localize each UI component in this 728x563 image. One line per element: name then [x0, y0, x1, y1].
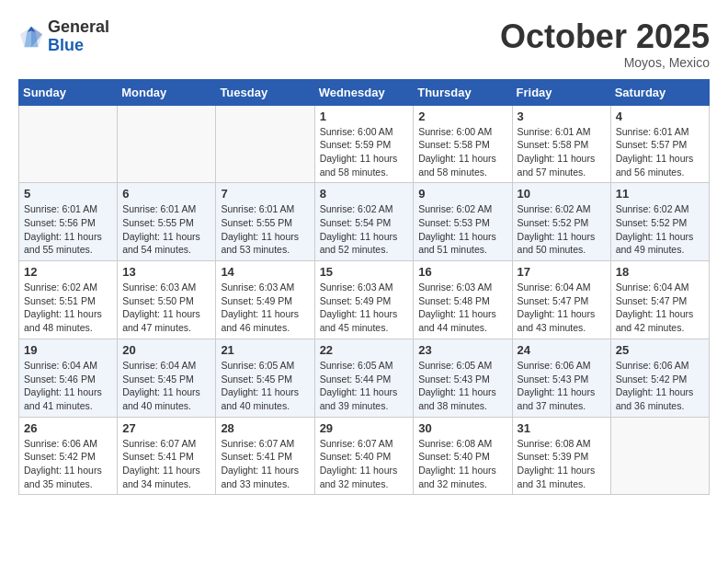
calendar-day-cell	[19, 105, 118, 183]
day-of-week-header: Sunday	[19, 79, 118, 105]
day-info: Sunrise: 6:02 AM Sunset: 5:52 PM Dayligh…	[616, 202, 704, 257]
day-number: 2	[418, 109, 506, 123]
day-info: Sunrise: 6:02 AM Sunset: 5:53 PM Dayligh…	[418, 202, 506, 257]
day-info: Sunrise: 6:06 AM Sunset: 5:42 PM Dayligh…	[24, 437, 112, 491]
calendar-header-row: SundayMondayTuesdayWednesdayThursdayFrid…	[19, 79, 710, 105]
day-number: 25	[616, 343, 704, 357]
calendar-week-row: 19Sunrise: 6:04 AM Sunset: 5:46 PM Dayli…	[19, 339, 710, 417]
day-info: Sunrise: 6:07 AM Sunset: 5:41 PM Dayligh…	[122, 437, 210, 491]
day-number: 21	[221, 343, 309, 357]
calendar-day-cell: 23Sunrise: 6:05 AM Sunset: 5:43 PM Dayli…	[414, 339, 512, 417]
day-number: 14	[221, 265, 309, 279]
day-info: Sunrise: 6:01 AM Sunset: 5:58 PM Dayligh…	[518, 125, 606, 179]
day-number: 22	[320, 343, 409, 357]
calendar-week-row: 12Sunrise: 6:02 AM Sunset: 5:51 PM Dayli…	[19, 261, 710, 339]
day-number: 29	[320, 421, 409, 435]
calendar-day-cell: 9Sunrise: 6:02 AM Sunset: 5:53 PM Daylig…	[414, 183, 512, 261]
day-number: 15	[320, 265, 409, 279]
day-info: Sunrise: 6:03 AM Sunset: 5:49 PM Dayligh…	[221, 281, 309, 335]
day-number: 28	[221, 421, 309, 435]
calendar-day-cell: 1Sunrise: 6:00 AM Sunset: 5:59 PM Daylig…	[314, 105, 414, 183]
month-title: October 2025	[500, 18, 710, 55]
day-number: 31	[518, 421, 606, 435]
calendar-day-cell: 24Sunrise: 6:06 AM Sunset: 5:43 PM Dayli…	[512, 339, 610, 417]
day-info: Sunrise: 6:02 AM Sunset: 5:51 PM Dayligh…	[24, 281, 112, 335]
calendar-day-cell: 2Sunrise: 6:00 AM Sunset: 5:58 PM Daylig…	[414, 105, 512, 183]
day-number: 7	[221, 187, 309, 201]
day-number: 24	[518, 343, 606, 357]
day-info: Sunrise: 6:01 AM Sunset: 5:55 PM Dayligh…	[122, 202, 210, 257]
day-info: Sunrise: 6:00 AM Sunset: 5:58 PM Dayligh…	[418, 125, 506, 179]
title-section: October 2025 Moyos, Mexico	[500, 18, 710, 70]
day-number: 23	[418, 343, 506, 357]
calendar-table: SundayMondayTuesdayWednesdayThursdayFrid…	[18, 79, 710, 496]
day-info: Sunrise: 6:07 AM Sunset: 5:40 PM Dayligh…	[320, 437, 409, 491]
calendar-day-cell: 30Sunrise: 6:08 AM Sunset: 5:40 PM Dayli…	[414, 417, 512, 495]
day-info: Sunrise: 6:04 AM Sunset: 5:46 PM Dayligh…	[24, 359, 112, 413]
calendar-day-cell: 21Sunrise: 6:05 AM Sunset: 5:45 PM Dayli…	[216, 339, 314, 417]
day-info: Sunrise: 6:08 AM Sunset: 5:39 PM Dayligh…	[518, 437, 606, 491]
day-info: Sunrise: 6:06 AM Sunset: 5:42 PM Dayligh…	[616, 359, 704, 413]
calendar-day-cell: 26Sunrise: 6:06 AM Sunset: 5:42 PM Dayli…	[19, 417, 118, 495]
day-of-week-header: Thursday	[414, 79, 512, 105]
calendar-week-row: 5Sunrise: 6:01 AM Sunset: 5:56 PM Daylig…	[19, 183, 710, 261]
day-number: 13	[122, 265, 210, 279]
day-of-week-header: Tuesday	[216, 79, 314, 105]
day-number: 10	[518, 187, 606, 201]
logo-general: General	[48, 17, 109, 36]
day-info: Sunrise: 6:00 AM Sunset: 5:59 PM Dayligh…	[320, 125, 409, 179]
calendar-week-row: 1Sunrise: 6:00 AM Sunset: 5:59 PM Daylig…	[19, 105, 710, 183]
day-number: 4	[616, 109, 704, 123]
calendar-day-cell: 20Sunrise: 6:04 AM Sunset: 5:45 PM Dayli…	[118, 339, 216, 417]
calendar-day-cell: 19Sunrise: 6:04 AM Sunset: 5:46 PM Dayli…	[19, 339, 118, 417]
day-info: Sunrise: 6:05 AM Sunset: 5:45 PM Dayligh…	[221, 359, 309, 413]
day-info: Sunrise: 6:03 AM Sunset: 5:49 PM Dayligh…	[320, 281, 409, 335]
day-info: Sunrise: 6:05 AM Sunset: 5:43 PM Dayligh…	[418, 359, 506, 413]
day-of-week-header: Saturday	[610, 79, 709, 105]
day-of-week-header: Friday	[512, 79, 610, 105]
day-info: Sunrise: 6:03 AM Sunset: 5:48 PM Dayligh…	[418, 281, 506, 335]
day-number: 17	[518, 265, 606, 279]
day-info: Sunrise: 6:06 AM Sunset: 5:43 PM Dayligh…	[518, 359, 606, 413]
logo-blue: Blue	[48, 36, 84, 54]
day-info: Sunrise: 6:02 AM Sunset: 5:52 PM Dayligh…	[518, 202, 606, 257]
day-info: Sunrise: 6:08 AM Sunset: 5:40 PM Dayligh…	[418, 437, 506, 491]
day-number: 19	[24, 343, 112, 357]
calendar-day-cell: 18Sunrise: 6:04 AM Sunset: 5:47 PM Dayli…	[610, 261, 709, 339]
day-number: 11	[616, 187, 704, 201]
day-number: 3	[518, 109, 606, 123]
day-number: 27	[122, 421, 210, 435]
calendar-day-cell: 11Sunrise: 6:02 AM Sunset: 5:52 PM Dayli…	[610, 183, 709, 261]
day-of-week-header: Wednesday	[314, 79, 414, 105]
calendar-week-row: 26Sunrise: 6:06 AM Sunset: 5:42 PM Dayli…	[19, 417, 710, 495]
day-number: 20	[122, 343, 210, 357]
calendar-day-cell	[216, 105, 314, 183]
day-number: 26	[24, 421, 112, 435]
day-number: 5	[24, 187, 112, 201]
day-number: 6	[122, 187, 210, 201]
day-info: Sunrise: 6:02 AM Sunset: 5:54 PM Dayligh…	[320, 202, 409, 257]
calendar-day-cell	[118, 105, 216, 183]
day-number: 1	[320, 109, 409, 123]
calendar-day-cell: 4Sunrise: 6:01 AM Sunset: 5:57 PM Daylig…	[610, 105, 709, 183]
location: Moyos, Mexico	[500, 55, 710, 70]
calendar-day-cell	[610, 417, 709, 495]
calendar-day-cell: 12Sunrise: 6:02 AM Sunset: 5:51 PM Dayli…	[19, 261, 118, 339]
logo-icon	[18, 24, 44, 50]
day-number: 16	[418, 265, 506, 279]
day-number: 18	[616, 265, 704, 279]
calendar-day-cell: 13Sunrise: 6:03 AM Sunset: 5:50 PM Dayli…	[118, 261, 216, 339]
calendar-day-cell: 8Sunrise: 6:02 AM Sunset: 5:54 PM Daylig…	[314, 183, 414, 261]
day-info: Sunrise: 6:05 AM Sunset: 5:44 PM Dayligh…	[320, 359, 409, 413]
calendar-day-cell: 5Sunrise: 6:01 AM Sunset: 5:56 PM Daylig…	[19, 183, 118, 261]
day-number: 9	[418, 187, 506, 201]
calendar-day-cell: 31Sunrise: 6:08 AM Sunset: 5:39 PM Dayli…	[512, 417, 610, 495]
calendar-day-cell: 3Sunrise: 6:01 AM Sunset: 5:58 PM Daylig…	[512, 105, 610, 183]
calendar-day-cell: 22Sunrise: 6:05 AM Sunset: 5:44 PM Dayli…	[314, 339, 414, 417]
calendar-day-cell: 17Sunrise: 6:04 AM Sunset: 5:47 PM Dayli…	[512, 261, 610, 339]
day-info: Sunrise: 6:01 AM Sunset: 5:56 PM Dayligh…	[24, 202, 112, 257]
day-info: Sunrise: 6:03 AM Sunset: 5:50 PM Dayligh…	[122, 281, 210, 335]
calendar-day-cell: 10Sunrise: 6:02 AM Sunset: 5:52 PM Dayli…	[512, 183, 610, 261]
day-info: Sunrise: 6:04 AM Sunset: 5:47 PM Dayligh…	[518, 281, 606, 335]
logo: General Blue	[18, 18, 109, 55]
